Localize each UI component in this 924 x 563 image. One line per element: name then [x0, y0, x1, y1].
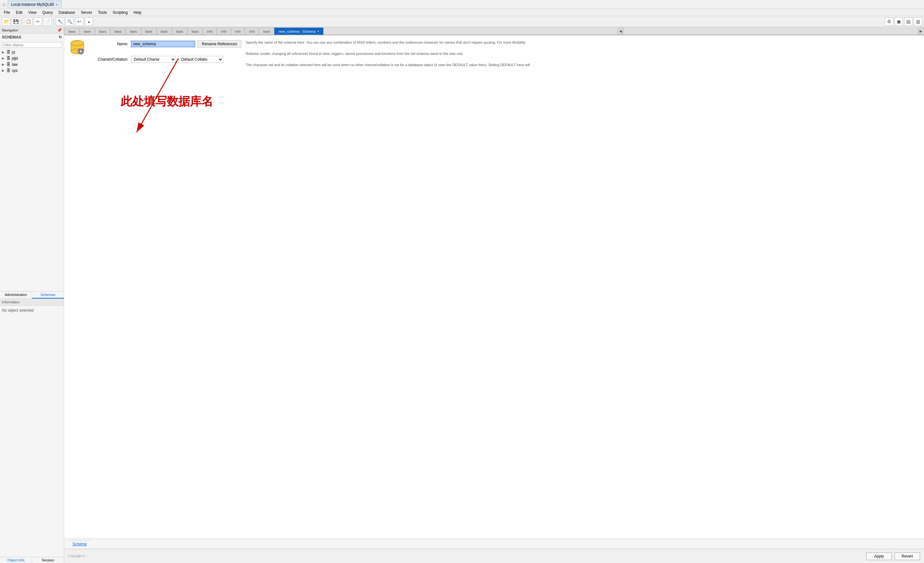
- toolbar: 📁 💾 📋 ✂ 📄 🔧 🔍 ↩ ⬥ ⚙ ▣ ▤ ▥: [0, 16, 924, 27]
- tab-prev-icon[interactable]: ◀: [617, 28, 624, 35]
- schemas-title: SCHEMAS ↻: [0, 34, 64, 41]
- menu-database[interactable]: Database: [56, 10, 78, 15]
- toolbar-layout1[interactable]: ▣: [894, 17, 903, 26]
- charset-select[interactable]: Default Charse: [131, 56, 176, 63]
- search-input[interactable]: [2, 42, 62, 48]
- title-bar: ⌂ Local instance MySQL80 ×: [0, 0, 924, 9]
- arrow-icon: ▶: [2, 57, 5, 60]
- apply-button[interactable]: Apply: [866, 552, 892, 560]
- info-text-2: Refactor model, changing all references …: [246, 51, 919, 57]
- schema-db-icon: 🗄: [6, 50, 10, 54]
- schema-item-law[interactable]: ▶ 🗄 law: [0, 61, 64, 68]
- schema-tab[interactable]: Schema: [69, 540, 90, 548]
- tab-next-icon[interactable]: ▶: [918, 28, 924, 35]
- editor-form-col: Name: Rename References Charset/Collatio…: [90, 39, 241, 68]
- copyright-text: Copyright © ...: [68, 554, 88, 558]
- schema-db-icon: 🗄: [6, 56, 10, 61]
- tab-info-3[interactable]: info: [231, 28, 245, 35]
- menu-file[interactable]: File: [1, 10, 12, 15]
- tab-laws-8[interactable]: laws: [172, 28, 188, 35]
- sidebar-search-container: [0, 41, 64, 49]
- name-row: Name: Rename References: [90, 41, 241, 48]
- tab-laws-4[interactable]: laws: [110, 28, 126, 35]
- toolbar-new[interactable]: 📁: [2, 17, 10, 26]
- annotation-text: 此处填写数据库名: [121, 95, 213, 108]
- tab-bar: laws laws laws laws laws laws laws laws …: [64, 27, 924, 35]
- tab-laws-2[interactable]: laws: [80, 28, 95, 35]
- tab-administration[interactable]: Administration: [0, 291, 32, 299]
- tab-session[interactable]: Session: [32, 557, 64, 563]
- tab-info-1[interactable]: info: [203, 28, 217, 35]
- arrow-icon: ▶: [2, 50, 5, 54]
- schemas-refresh-icon[interactable]: ↻: [59, 35, 62, 39]
- tab-info-2[interactable]: info: [217, 28, 231, 35]
- menu-scripting[interactable]: Scripting: [110, 10, 130, 15]
- schema-name-sys: sys: [12, 68, 18, 73]
- home-icon[interactable]: ⌂: [3, 2, 6, 8]
- revert-button[interactable]: Revert: [894, 552, 920, 560]
- tab-info-4[interactable]: info: [245, 28, 259, 35]
- arrow-icon: ▶: [2, 63, 5, 66]
- tab-laws-3[interactable]: laws: [95, 28, 110, 35]
- info-text-1: Specify the name of the schema here. You…: [246, 40, 919, 46]
- tab-laws-10[interactable]: laws: [259, 28, 274, 35]
- action-bar: Copyright © ... Apply Revert: [64, 549, 924, 563]
- navigator-label: Navigator: [2, 28, 18, 32]
- sidebar-bottom-tabs: Object Info Session: [0, 557, 64, 563]
- title-tab[interactable]: Local instance MySQL80 ×: [8, 1, 62, 8]
- schema-name-input[interactable]: [131, 41, 195, 47]
- rename-references-button[interactable]: Rename References: [198, 41, 241, 48]
- arrow-icon: ▶: [2, 69, 5, 72]
- menu-bar: File Edit View Query Database Server Too…: [0, 9, 924, 16]
- schema-item-jdjd[interactable]: ▶ 🗄 jdjd: [0, 55, 64, 61]
- tab-laws-1[interactable]: laws: [64, 28, 80, 35]
- toolbar-search[interactable]: 🔍: [66, 17, 74, 26]
- toolbar-config-icon[interactable]: ⚙: [885, 17, 893, 26]
- toolbar-copy[interactable]: 📋: [24, 17, 32, 26]
- menu-edit[interactable]: Edit: [13, 10, 25, 15]
- toolbar-save[interactable]: 💾: [12, 17, 20, 26]
- annotation-area: 此处填写数据库名: [69, 94, 919, 110]
- info-text-3: The character set and its collation sele…: [246, 62, 919, 68]
- tab-object-info[interactable]: Object Info: [0, 557, 32, 563]
- tab-close-icon[interactable]: ×: [317, 30, 319, 33]
- schema-db-icon: 🗄: [6, 68, 10, 73]
- toolbar-cut[interactable]: ✂: [34, 17, 42, 26]
- schema-name-jdjd: jdjd: [12, 56, 18, 61]
- menu-server[interactable]: Server: [78, 10, 94, 15]
- editor-icon-col: [69, 39, 86, 68]
- collation-select[interactable]: Default Collatio: [178, 56, 223, 63]
- db-icon-container: [69, 39, 86, 55]
- menu-tools[interactable]: Tools: [95, 10, 110, 15]
- schema-item-jd[interactable]: ▶ 🗄 jd: [0, 49, 64, 55]
- toolbar-layout2[interactable]: ▤: [904, 17, 912, 26]
- no-object-label: No object selected: [0, 306, 64, 315]
- tab-laws-6[interactable]: laws: [141, 28, 157, 35]
- tab-laws-5[interactable]: laws: [126, 28, 141, 35]
- sidebar-info-label: Information: [0, 299, 64, 306]
- menu-view[interactable]: View: [26, 10, 39, 15]
- toolbar-right: ⚙ ▣ ▤ ▥: [885, 17, 922, 26]
- schema-name-jd: jd: [12, 50, 15, 54]
- title-tab-close[interactable]: ×: [56, 3, 58, 6]
- toolbar-layout3[interactable]: ▥: [914, 17, 922, 26]
- tab-laws-9[interactable]: laws: [188, 28, 203, 35]
- sidebar-pin-icon[interactable]: 📌: [57, 28, 62, 32]
- menu-query[interactable]: Query: [40, 10, 56, 15]
- toolbar-extra[interactable]: ⬥: [85, 17, 93, 26]
- tab-new-schema[interactable]: new_schema - Schema ×: [274, 28, 323, 35]
- toolbar-undo[interactable]: ↩: [75, 17, 83, 26]
- tab-laws-7[interactable]: laws: [157, 28, 172, 35]
- toolbar-settings[interactable]: 🔧: [56, 17, 64, 26]
- toolbar-sep2: [54, 18, 54, 25]
- schema-list: ▶ 🗄 jd ▶ 🗄 jdjd ▶ 🗄 law ▶ 🗄 sys: [0, 49, 64, 291]
- toolbar-paste[interactable]: 📄: [44, 17, 52, 26]
- schema-bottom-bar: Schema: [64, 539, 924, 549]
- editor-info-col: Specify the name of the schema here. You…: [246, 39, 919, 68]
- schema-item-sys[interactable]: ▶ 🗄 sys: [0, 68, 64, 74]
- tab-new-schema-label: new_schema - Schema: [279, 30, 315, 33]
- charset-row: Charset/Collation: Default Charse Defaul…: [90, 56, 241, 63]
- content-right: laws laws laws laws laws laws laws laws …: [64, 27, 924, 563]
- menu-help[interactable]: Help: [131, 10, 144, 15]
- tab-schemas[interactable]: Schemas: [32, 291, 64, 299]
